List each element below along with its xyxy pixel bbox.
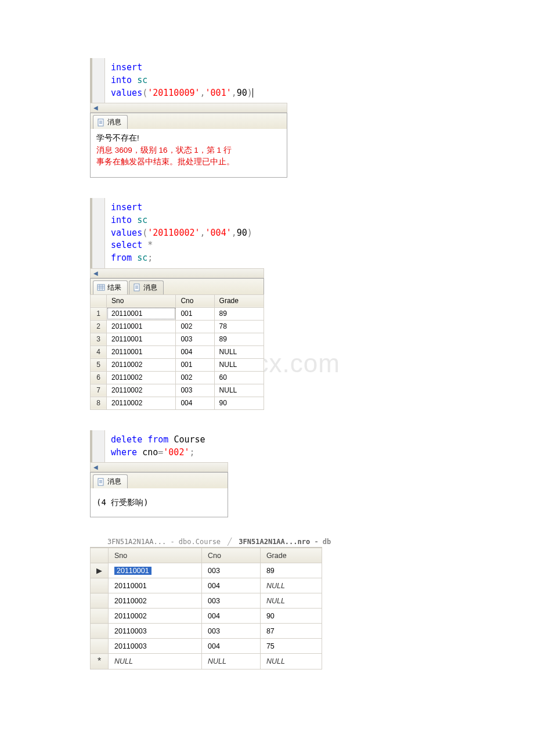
horizontal-scrollbar[interactable]: ◀ — [90, 268, 264, 278]
table-row[interactable]: 82011000200490 — [91, 397, 264, 409]
text-cursor — [252, 88, 253, 98]
cell-cno[interactable]: 001 — [176, 358, 214, 371]
cell-sno[interactable]: 20110002 — [109, 593, 202, 609]
table-row[interactable]: 20110001004NULL — [91, 578, 322, 593]
cell-grade[interactable]: NULL — [214, 345, 264, 358]
cell-sno[interactable]: 20110002 — [109, 609, 202, 624]
svg-rect-16 — [99, 483, 102, 483]
cell-sno[interactable]: 20110001 — [107, 345, 176, 358]
new-row[interactable]: *NULLNULLNULL — [91, 654, 322, 669]
cell-sno[interactable]: 20110001 — [109, 578, 202, 593]
table-row[interactable]: 2011000300475 — [91, 639, 322, 654]
cell-sno[interactable]: 20110001 — [107, 307, 176, 320]
cell-grade[interactable]: NULL — [260, 593, 322, 609]
cell-grade[interactable]: NULL — [214, 358, 264, 371]
cell-cno[interactable]: 003 — [202, 563, 261, 578]
kw-insert: insert — [111, 62, 142, 73]
tab-label: 消息 — [143, 283, 157, 293]
svg-rect-15 — [99, 481, 102, 482]
row-number: 7 — [91, 384, 107, 397]
cell-cno[interactable]: 002 — [176, 371, 214, 384]
message-output[interactable]: 学号不存在! 消息 3609，级别 16，状态 1，第 1 行 事务在触发器中结… — [90, 129, 287, 178]
cell-sno[interactable]: 20110002 — [107, 397, 176, 409]
tab-messages[interactable]: 消息 — [93, 474, 128, 488]
col-sno[interactable]: Sno — [107, 294, 176, 307]
cell-grade[interactable]: 75 — [260, 639, 322, 654]
cell-cno[interactable]: 001 — [176, 307, 214, 320]
cell-grade[interactable]: NULL — [260, 578, 322, 593]
cell-cno[interactable]: 004 — [202, 578, 261, 593]
cell-sno[interactable]: 20110003 — [109, 639, 202, 654]
table-row[interactable]: ▶2011000100389 — [91, 563, 322, 578]
table-row[interactable]: 62011000200260 — [91, 371, 264, 384]
sql-code[interactable]: insert into sc values('20110009','001',9… — [105, 58, 287, 103]
results-grid[interactable]: Sno Cno Grade 12011000100189220110001002… — [90, 294, 264, 410]
cell-cno[interactable]: 003 — [202, 624, 261, 639]
table-row[interactable]: 420110001004NULL — [91, 345, 264, 358]
cell-grade[interactable]: 90 — [260, 609, 322, 624]
cell-cno[interactable]: 004 — [202, 639, 261, 654]
cell-grade[interactable]: 60 — [214, 371, 264, 384]
cell-sno[interactable]: 20110002 — [107, 358, 176, 371]
cell-cno[interactable]: 004 — [176, 345, 214, 358]
col-grade[interactable]: Grade — [214, 294, 264, 307]
cell-sno[interactable]: 20110001 — [107, 320, 176, 333]
tab-messages[interactable]: 消息 — [93, 115, 128, 129]
cell-sno[interactable]: 20110002 — [107, 384, 176, 397]
tab-results[interactable]: 结果 — [93, 280, 128, 294]
cell-cno[interactable]: 003 — [176, 384, 214, 397]
svg-rect-11 — [135, 287, 138, 287]
table-row[interactable]: 520110002001NULL — [91, 358, 264, 371]
cell-grade[interactable]: 87 — [260, 624, 322, 639]
tab-table-course[interactable]: 3FN51A2N1AA... - dbo.Course — [107, 538, 221, 546]
table-row[interactable]: 2011000300387 — [91, 624, 322, 639]
cell-grade[interactable]: NULL — [214, 384, 264, 397]
row-number: 3 — [91, 333, 107, 345]
tab-messages[interactable]: 消息 — [129, 280, 164, 294]
panel-delete: delete from Course where cno='002'; ◀ 消息… — [90, 430, 228, 518]
table-row[interactable]: 32011000100389 — [91, 333, 264, 345]
sql-code[interactable]: delete from Course where cno='002'; — [105, 430, 228, 463]
cell-cno[interactable]: 004 — [176, 397, 214, 409]
cell-cno[interactable]: NULL — [202, 654, 261, 669]
cell-grade[interactable]: 78 — [214, 320, 264, 333]
cell-sno[interactable]: NULL — [109, 654, 202, 669]
cell-sno[interactable]: 20110003 — [109, 624, 202, 639]
cell-cno[interactable]: 003 — [202, 593, 261, 609]
cell-grade[interactable]: 89 — [214, 307, 264, 320]
table-row[interactable]: 2011000200490 — [91, 609, 322, 624]
table-row[interactable]: 20110002003NULL — [91, 593, 322, 609]
col-grade[interactable]: Grade — [260, 548, 322, 563]
sql-code[interactable]: insert into sc values('20110002','004',9… — [105, 198, 264, 268]
col-sno[interactable]: Sno — [109, 548, 202, 563]
table-header-row: Sno Cno Grade — [91, 548, 322, 563]
cell-sno[interactable]: 20110002 — [107, 371, 176, 384]
table-row[interactable]: 720110002003NULL — [91, 384, 264, 397]
table-row[interactable]: 22011000100278 — [91, 320, 264, 333]
scroll-left-icon[interactable]: ◀ — [91, 463, 100, 471]
col-cno[interactable]: Cno — [176, 294, 214, 307]
cell-cno[interactable]: 004 — [202, 609, 261, 624]
scroll-left-icon[interactable]: ◀ — [91, 269, 100, 278]
cell-sno[interactable]: 20110001 — [107, 333, 176, 345]
cell-grade[interactable]: 89 — [214, 333, 264, 345]
col-cno[interactable]: Cno — [202, 548, 261, 563]
sql-editor[interactable]: delete from Course where cno='002'; — [90, 430, 228, 463]
table-row[interactable]: 12011000100189 — [91, 307, 264, 320]
horizontal-scrollbar[interactable]: ◀ — [90, 103, 287, 113]
document-icon — [97, 478, 105, 486]
sql-editor[interactable]: insert into sc values('20110009','001',9… — [90, 58, 287, 103]
ident-sc: sc — [137, 75, 147, 85]
horizontal-scrollbar[interactable]: ◀ — [90, 462, 228, 472]
cell-grade[interactable]: 89 — [260, 563, 322, 578]
cell-cno[interactable]: 003 — [176, 333, 214, 345]
data-editor-grid[interactable]: Sno Cno Grade ▶201100010038920110001004N… — [90, 548, 322, 669]
sql-editor[interactable]: insert into sc values('20110002','004',9… — [90, 198, 264, 268]
tab-table-other[interactable]: 3FN51A2N1AA...nro - db — [239, 538, 331, 546]
cell-grade[interactable]: NULL — [260, 654, 322, 669]
cell-grade[interactable]: 90 — [214, 397, 264, 409]
cell-cno[interactable]: 002 — [176, 320, 214, 333]
message-output[interactable]: (4 行受影响) — [90, 488, 228, 517]
scroll-left-icon[interactable]: ◀ — [91, 103, 100, 112]
cell-sno[interactable]: 20110001 — [109, 563, 202, 578]
